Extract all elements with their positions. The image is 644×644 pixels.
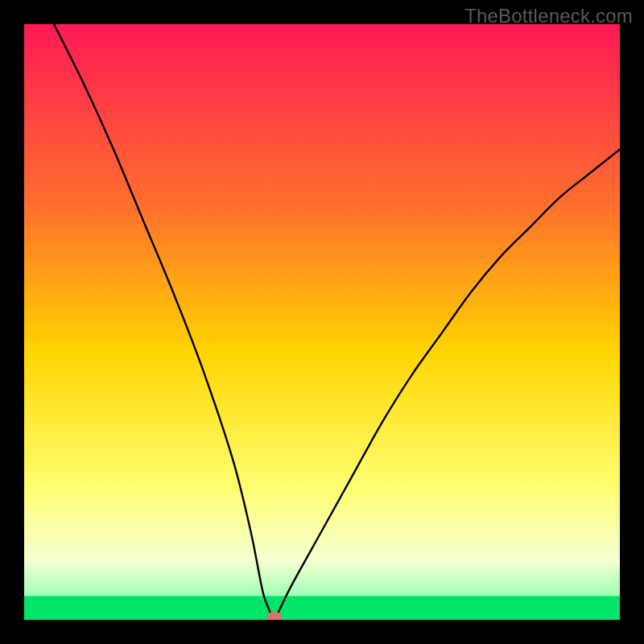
green-band <box>24 596 620 620</box>
chart-frame: TheBottleneck.com <box>0 0 644 644</box>
bottleneck-plot <box>24 24 620 620</box>
watermark-text: TheBottleneck.com <box>464 5 633 27</box>
minimum-marker <box>267 612 282 620</box>
